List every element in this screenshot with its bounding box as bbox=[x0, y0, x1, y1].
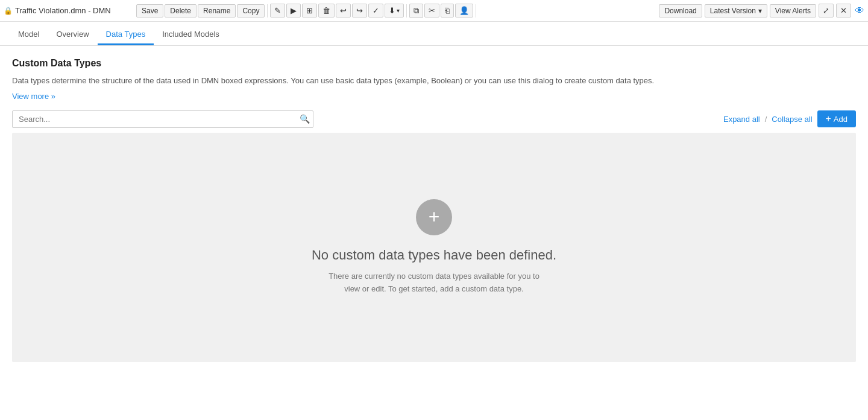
section-title: Custom Data Types bbox=[12, 58, 856, 69]
download-button[interactable]: Download bbox=[659, 4, 702, 18]
close-icon-button[interactable]: ✕ bbox=[836, 4, 851, 18]
search-wrapper: 🔍 bbox=[12, 110, 313, 128]
tab-data-types[interactable]: Data Types bbox=[98, 24, 154, 45]
toolbar-separator-2 bbox=[406, 4, 407, 18]
cut-icon-button[interactable]: ✂ bbox=[424, 4, 439, 18]
search-input[interactable] bbox=[12, 110, 313, 128]
tabs-bar: Model Overview Data Types Included Model… bbox=[0, 22, 868, 46]
save-button[interactable]: Save bbox=[136, 4, 163, 18]
view-more-link[interactable]: View more » bbox=[12, 92, 55, 101]
tab-included-models[interactable]: Included Models bbox=[154, 24, 228, 45]
add-button[interactable]: + Add bbox=[817, 110, 856, 127]
delete-button[interactable]: Delete bbox=[165, 4, 197, 18]
toolbar-separator-1 bbox=[267, 4, 268, 18]
view-alerts-button[interactable]: View Alerts bbox=[770, 4, 816, 18]
share-icon-button[interactable]: 👤 bbox=[455, 4, 473, 18]
search-icon-button[interactable]: 🔍 bbox=[300, 114, 310, 124]
undo-icon-button[interactable]: ↩ bbox=[336, 4, 351, 18]
redo-icon-button[interactable]: ↪ bbox=[352, 4, 367, 18]
rename-button[interactable]: Rename bbox=[198, 4, 236, 18]
eye-icon[interactable]: 👁 bbox=[855, 5, 864, 16]
expand-icon-button[interactable]: ⤢ bbox=[819, 4, 834, 18]
edit-icon-button[interactable]: ✎ bbox=[270, 4, 285, 18]
empty-state-area: + No custom data types have been defined… bbox=[12, 133, 856, 362]
title-bar-left: 🔒 Traffic Violation.dmn - DMN bbox=[4, 6, 136, 15]
paste-icon-button[interactable]: ⎗ bbox=[441, 4, 454, 18]
latest-version-button[interactable]: Latest Version▾ bbox=[705, 4, 767, 18]
add-plus-icon: + bbox=[826, 114, 831, 124]
actions-right: Expand all / Collapse all + Add bbox=[723, 110, 856, 127]
copy2-icon-button[interactable]: ⧉ bbox=[409, 4, 423, 18]
section-description: Data types determine the structure of th… bbox=[12, 75, 856, 87]
trash-icon-button[interactable]: 🗑 bbox=[318, 4, 335, 18]
collapse-all-button[interactable]: Collapse all bbox=[772, 115, 812, 124]
empty-state-description: There are currently no custom data types… bbox=[329, 270, 539, 296]
lock-icon: 🔒 bbox=[4, 7, 13, 15]
tab-overview[interactable]: Overview bbox=[48, 24, 97, 45]
empty-state-title: No custom data types have been defined. bbox=[312, 247, 556, 263]
document-title: Traffic Violation.dmn - DMN bbox=[15, 6, 111, 15]
check-icon-button[interactable]: ✓ bbox=[368, 4, 383, 18]
title-bar: 🔒 Traffic Violation.dmn - DMN Save Delet… bbox=[0, 0, 868, 22]
add-label: Add bbox=[834, 115, 848, 124]
download-arrow-button[interactable]: ⬇▾ bbox=[385, 4, 404, 18]
slash-divider: / bbox=[765, 115, 767, 124]
toolbar-right: Download Latest Version▾ View Alerts ⤢ ✕ bbox=[659, 4, 851, 18]
search-actions-bar: 🔍 Expand all / Collapse all + Add bbox=[12, 110, 856, 128]
toolbar-separator-3 bbox=[476, 4, 476, 18]
expand-all-button[interactable]: Expand all bbox=[723, 115, 760, 124]
toolbar: Save Delete Rename Copy ✎ ▶ ⊞ 🗑 ↩ ↪ ✓ ⬇▾… bbox=[136, 4, 851, 18]
play-icon-button[interactable]: ▶ bbox=[286, 4, 301, 18]
empty-circle-icon: + bbox=[416, 199, 452, 235]
copy-button[interactable]: Copy bbox=[237, 4, 265, 18]
tab-model[interactable]: Model bbox=[10, 24, 48, 45]
grid-icon-button[interactable]: ⊞ bbox=[302, 4, 317, 18]
main-content: Custom Data Types Data types determine t… bbox=[0, 46, 868, 368]
